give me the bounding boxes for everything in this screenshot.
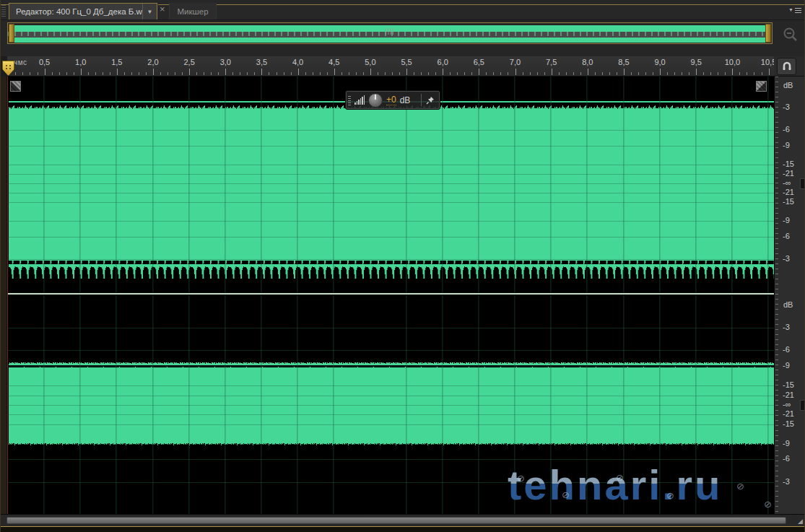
ruler-tick (103, 72, 103, 75)
ruler-tick (588, 69, 588, 75)
ruler-tick (211, 72, 212, 75)
ruler-tick (153, 69, 154, 75)
ruler-label: 0,5 (39, 58, 50, 66)
watermark-screw-icon: ⊘ (666, 490, 674, 501)
ruler-label: 5,5 (401, 58, 412, 66)
ruler-label: 1,0 (75, 58, 86, 66)
ruler-tick (334, 69, 335, 75)
ruler-tick (81, 69, 82, 75)
ruler-tick (682, 72, 682, 75)
db-scale-label: -∞ (783, 400, 791, 409)
ruler-tick (22, 72, 23, 75)
ruler-tick (696, 69, 697, 75)
ruler-tick (320, 72, 321, 75)
gridline (7, 414, 774, 415)
ruler-tick (15, 72, 16, 75)
ruler-tick (566, 72, 567, 75)
ruler-tick (392, 72, 393, 75)
ruler-tick (385, 72, 386, 75)
ruler-tick (356, 72, 357, 75)
volume-knob[interactable] (368, 93, 383, 108)
ruler-tick (30, 72, 30, 75)
scrollbar-thumb[interactable] (6, 517, 786, 524)
tab-editor[interactable]: Редактор: 400 Гц_0 Дб_дека Б.wav ▼ (9, 3, 157, 19)
db-scale-label: -3 (783, 477, 790, 487)
ruler-label: 9,0 (654, 58, 665, 66)
ruler-tick (167, 72, 168, 75)
ruler-tick (552, 69, 552, 75)
db-scale-label: -9 (783, 216, 790, 225)
tab-mixer[interactable]: Микшер (169, 3, 217, 19)
watermark-screw-icon: ⊘ (736, 481, 744, 492)
fade-in-handle[interactable] (10, 81, 21, 92)
ruler-tick (124, 72, 125, 75)
chevron-down-icon[interactable]: ▼ (142, 4, 157, 19)
ruler-tick (421, 72, 422, 75)
ruler-label: 3,0 (220, 58, 231, 66)
panel-menu-icon[interactable]: ▼ (788, 4, 803, 15)
db-scale-label: -15 (783, 380, 794, 390)
scroll-corner-grip[interactable]: ◢ (798, 518, 803, 525)
mixer-tab-label: Микшер (177, 7, 208, 16)
ruler-tick (653, 72, 653, 75)
waveform-display[interactable]: +0 dB tehnari.ru ⊘⊘⊘⊘⊘⊘ (7, 77, 774, 514)
volume-hud[interactable]: +0 dB (345, 90, 440, 110)
ruler-tick (471, 72, 472, 75)
ruler-tick (261, 69, 262, 75)
ruler-tick (254, 72, 255, 75)
gridline (7, 174, 774, 175)
hud-grip-icon[interactable] (348, 95, 351, 105)
ruler-ticks: 0,51,01,52,02,53,03,54,04,55,05,56,06,57… (7, 56, 774, 76)
gridline (7, 146, 774, 147)
overview-center-grip[interactable]: |||| (385, 28, 394, 35)
timeline-ruler[interactable]: чмс 0,51,01,52,02,53,03,54,04,55,05,56,0… (7, 56, 774, 77)
ruler-tick (739, 72, 740, 75)
gridline (7, 130, 774, 131)
ruler-label: 3,5 (256, 58, 267, 66)
gridline (7, 366, 774, 367)
scale-splitter-top[interactable] (800, 178, 805, 189)
ruler-tick (66, 72, 67, 75)
pin-icon[interactable] (425, 95, 435, 105)
db-scale-label: -6 (783, 232, 790, 241)
watermark-screw-icon: ⊘ (517, 473, 525, 484)
snap-button[interactable] (777, 58, 796, 75)
overview-range-handle-left[interactable] (9, 24, 14, 43)
ruler-tick (602, 72, 603, 75)
db-scale-label: -9 (783, 141, 790, 150)
db-scale[interactable]: dB-3-6-9-15-21-∞-21-15-9-6-3dB-3-6-9-15-… (774, 77, 805, 514)
overview-range-handle-right[interactable] (765, 24, 771, 43)
ruler-tick (457, 72, 458, 75)
db-scale-ticks (775, 77, 778, 514)
ruler-tick (523, 72, 523, 75)
db-scale-label: -∞ (783, 178, 791, 188)
ruler-tick (139, 72, 139, 75)
gain-value[interactable]: +0 (386, 95, 396, 105)
gridline (7, 405, 774, 406)
ruler-tick (559, 72, 560, 75)
scale-splitter-bottom[interactable] (800, 400, 805, 411)
panel-grip-icon[interactable] (1, 4, 6, 17)
zoom-out-icon[interactable] (781, 26, 800, 43)
ruler-tick (284, 72, 284, 75)
horizontal-scrollbar[interactable]: ◢ (0, 514, 805, 526)
fade-out-handle[interactable] (756, 81, 767, 92)
ruler-tick (537, 72, 538, 75)
ruler-tick (414, 72, 414, 75)
db-scale-unit: dB (783, 300, 793, 310)
db-scale-label: -6 (783, 345, 790, 354)
gridline (7, 328, 774, 328)
gridline (7, 237, 774, 237)
overview-strip[interactable]: |||| (7, 22, 773, 44)
playhead-line (7, 77, 8, 514)
ruler-label: 2,5 (183, 58, 194, 66)
db-scale-label: -21 (783, 409, 794, 419)
db-scale-label: -9 (783, 361, 790, 370)
ruler-tick (38, 72, 38, 75)
ruler-tick (59, 72, 60, 75)
gridline (7, 424, 774, 425)
ruler-tick (479, 69, 479, 75)
close-icon[interactable]: × (160, 4, 165, 14)
ruler-tick (486, 72, 487, 75)
channel-splitter[interactable] (7, 293, 774, 295)
